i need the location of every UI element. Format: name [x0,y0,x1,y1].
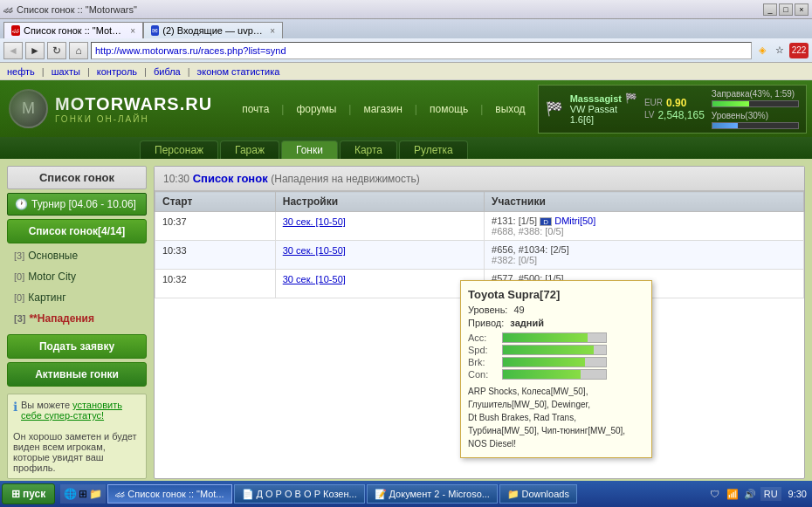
nav-help[interactable]: помощь [417,99,480,119]
stat-acc-label: Acc: [468,332,499,343]
taskbar-folder-icon: 📁 [89,488,102,500]
forward-button[interactable]: ► [25,42,45,59]
fuel-fill [712,101,749,106]
taskbar-audio-icon: 🔊 [743,487,757,501]
windows-taskbar: ⊞ пуск 🌐 ⊞ 📁 🏎 Список гонок :: "Mot... 📄… [0,481,812,507]
nav-forums[interactable]: форумы [284,99,348,119]
tooltip-level-val: 49 [514,305,525,315]
minimize-btn[interactable]: _ [763,3,777,16]
tab-1-close[interactable]: × [130,26,135,36]
taskbar-item-4[interactable]: 📁 Downloads [499,484,577,504]
taskbar-item-1[interactable]: 🏎 Список гонок :: "Mot... [107,484,231,504]
napadeniya-label: **Нападения [29,312,94,325]
info-icon: ℹ [13,400,17,414]
row2-settings[interactable]: 30 сек. [10-50] [275,241,484,270]
top-info-bar: нефть | шахты | контроль | библа | эконо… [0,63,812,80]
taskbar-item-2[interactable]: 📄 Д О Р О В О Р Козен... [234,484,365,504]
motorcity-count: [0] [14,271,24,282]
sep4: | [188,66,190,77]
tab-karta[interactable]: Карта [340,140,397,159]
tab-garazh[interactable]: Гараж [220,140,279,159]
taskbar-lang[interactable]: RU [760,487,781,501]
tooltip-car-name: Toyota Supra[72] [468,288,644,301]
tab-ruletka[interactable]: Рулетка [399,140,468,159]
addon-icon: 222 [789,43,809,58]
lv-amount: 2,548,165 [657,109,704,121]
sidebar-osnovnye[interactable]: [3] Основные [7,247,147,264]
fuel-bar [712,100,799,107]
link-bibla[interactable]: библа [154,66,181,77]
tab-personazh[interactable]: Персонаж [140,140,218,159]
row1-time: 10:37 [155,212,276,241]
browser-icons: ◈ ☆ 222 [754,43,809,58]
home-button[interactable]: ⌂ [69,42,88,59]
tab-1[interactable]: 🏎 Список гонок :: "Motorwars" × [3,22,143,38]
tab-1-text: Список гонок :: "Motorwars" [24,25,125,36]
race-row-2: 10:33 30 сек. [10-50] #656, #1034: [2/5]… [155,241,804,270]
tab-gonki[interactable]: Гонки [281,140,338,159]
taskbar-sys-icons: 🛡 📶 🔊 RU 9:30 [708,487,810,501]
close-btn[interactable]: × [795,3,809,16]
info-box: ℹ Вы можете установить себе супер-статус… [7,394,147,479]
window-controls[interactable]: _ □ × [763,3,809,16]
link-econom[interactable]: эконом статистика [197,66,280,77]
user-name: Masssagist [570,93,622,104]
fuel-label: Заправка(43%, 1:59) [712,89,799,99]
link-kontrol[interactable]: контроль [97,66,137,77]
back-button[interactable]: ◄ [3,42,23,59]
sidebar-motorcity[interactable]: [0] Motor City [7,268,147,285]
info-text1: Вы можете [21,400,72,410]
stat-brk: Brk: [468,357,644,367]
stat-spd-fill [503,346,594,354]
nav-exit[interactable]: выход [483,99,537,119]
row3-settings[interactable]: 30 сек. [10-50] [275,270,484,298]
motorcity-label: Motor City [28,271,76,283]
sidebar-napadeniya[interactable]: [3] **Нападения [7,310,147,327]
napadeniya-count: [3] [14,313,25,324]
tournament-label: Турнир [04.06 - 10.06] [31,198,136,210]
osnovnye-count: [3] [14,250,24,261]
stat-brk-label: Brk: [468,357,499,367]
sidebar-title: Список гонок [7,166,147,189]
sidebar-race-list-btn[interactable]: Список гонок[4/14] [7,219,147,243]
taskbar-item-3[interactable]: 📝 Документ 2 - Microso... [367,484,498,504]
sidebar-submit-btn[interactable]: Подать заявку [7,334,147,359]
sub-nav: Персонаж Гараж Гонки Карта Рулетка [0,137,812,159]
stat-spd: Spd: [468,345,644,355]
level-bar [712,122,799,129]
start-button[interactable]: ⊞ пуск [2,483,55,504]
race-header-time: 10:30 [163,173,189,185]
link-shahty[interactable]: шахты [52,66,80,77]
nav-shop[interactable]: магазин [351,99,414,119]
tab-2-close[interactable]: × [270,26,275,36]
stat-brk-bar [502,357,607,367]
logo-sub: ГОНКИ ОН-ЛАЙН [55,114,212,124]
user-link-dmitri[interactable]: DMitri[50] [554,216,595,226]
nav-pochta[interactable]: почта [230,99,281,119]
titlebar-left: 🏎 Список гонок :: "Motorwars" [3,4,137,15]
tab-2-text: (2) Входящие — uvpsha@ra... [162,25,265,36]
address-bar[interactable] [91,42,752,59]
tooltip-drive-label: Привод: [468,318,504,328]
taskbar-item-2-label: Д О Р О В О Р Козен... [257,489,357,499]
maximize-btn[interactable]: □ [779,3,793,16]
stat-acc-bar [502,332,607,343]
sidebar: Список гонок 🕐 Турнир [04.06 - 10.06] Сп… [7,166,147,479]
refresh-button[interactable]: ↻ [47,42,66,59]
sidebar-karting[interactable]: [0] Картинг [7,289,147,306]
tooltip-level-label: Уровень: [468,305,507,315]
taskbar-antivirus-icon: 🛡 [708,487,722,501]
windows-icon: ⊞ [11,488,20,500]
row1-settings[interactable]: 30 сек. [10-50] [275,212,484,241]
tab-2[interactable]: ✉ (2) Входящие — uvpsha@ra... × [143,22,283,38]
sidebar-active-btn[interactable]: Активные гонки [7,362,147,387]
taskbar-item-3-icon: 📝 [375,489,387,500]
race-row-1: 10:37 30 сек. [10-50] #131: [1/5] D DMit… [155,212,804,241]
rss-icon[interactable]: ◈ [754,43,770,58]
race-header-link[interactable]: Список гонок [193,172,272,185]
tooltip-drive-val: задний [510,318,544,328]
stat-brk-fill [503,358,585,367]
link-neft[interactable]: нефть [7,66,35,77]
bookmark-icon[interactable]: ☆ [772,43,788,58]
sidebar-tournament[interactable]: 🕐 Турнир [04.06 - 10.06] [7,193,147,216]
